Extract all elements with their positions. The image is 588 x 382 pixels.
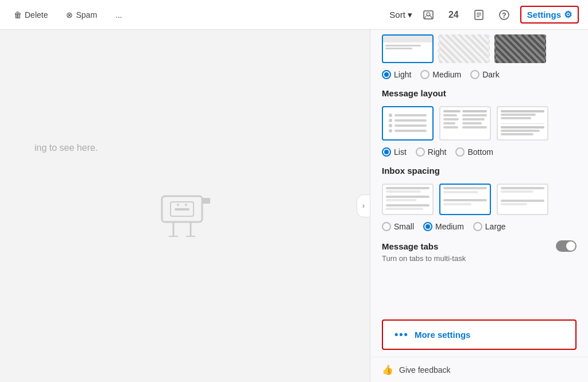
radio-circle-list (382, 147, 391, 157)
spacing-small-label: Small (394, 222, 414, 231)
feedback-button[interactable]: 👍 Give feedback (370, 357, 588, 382)
spacing-large-label: Large (485, 222, 506, 231)
layout-preview-right[interactable] (439, 106, 491, 141)
tabs-title: Message tabs (382, 241, 438, 251)
settings-panel: Light Medium Dark Message layout (370, 30, 588, 382)
layout-section-title: Message layout (382, 88, 577, 98)
theme-radio-light[interactable]: Light (382, 70, 411, 79)
layout-list-label: List (394, 147, 407, 157)
layout-right-label: Right (428, 147, 447, 157)
theme-dark-label: Dark (482, 70, 500, 79)
layout-bottom-label: Bottom (467, 147, 493, 157)
settings-label: Settings (527, 10, 561, 20)
toolbar-left: 🗑 Delete ⊗ Spam ... (9, 8, 127, 22)
more-settings-button[interactable]: ••• More settings (382, 319, 577, 350)
radio-circle-bottom (455, 147, 465, 157)
toolbar: 🗑 Delete ⊗ Spam ... Sort ▾ 24 ? Settings (0, 0, 588, 30)
chevron-right-icon: › (362, 202, 365, 210)
spacing-section-title: Inbox spacing (382, 166, 577, 176)
empty-state-message: ing to see here. (23, 143, 98, 153)
svg-point-12 (185, 204, 187, 206)
theme-light-label: Light (394, 70, 411, 79)
radio-circle-small (382, 222, 391, 231)
theme-preview-row (382, 34, 577, 63)
spacing-radio-row: Small Medium Large (382, 222, 577, 231)
layout-radio-bottom[interactable]: Bottom (455, 147, 493, 157)
feedback-label: Give feedback (399, 365, 451, 375)
theme-radio-row: Light Medium Dark (382, 70, 577, 79)
spacing-radio-small[interactable]: Small (382, 222, 414, 231)
radio-circle-right (416, 147, 425, 157)
more-settings-label: More settings (415, 330, 471, 340)
spacing-preview-small[interactable] (382, 184, 434, 215)
layout-radio-right[interactable]: Right (416, 147, 447, 157)
delete-icon: 🗑 (14, 10, 22, 20)
layout-preview-list[interactable] (382, 106, 434, 141)
theme-preview-medium[interactable] (438, 34, 490, 63)
layout-radio-row: List Right Bottom (382, 147, 577, 157)
layout-preview-row (382, 106, 577, 141)
tabs-subtitle: Turn on tabs to multi-task (382, 254, 577, 263)
spacing-radio-large[interactable]: Large (473, 222, 506, 231)
tabs-row: Message tabs (382, 240, 577, 252)
theme-radio-medium[interactable]: Medium (420, 70, 461, 79)
mailbox-illustration (150, 176, 219, 247)
thumbs-up-icon: 👍 (382, 364, 393, 375)
layout-preview-bottom[interactable] (497, 106, 548, 141)
theme-preview-dark[interactable] (494, 34, 546, 63)
theme-radio-dark[interactable]: Dark (470, 70, 500, 79)
radio-circle-light (382, 70, 391, 79)
expand-panel-button[interactable]: › (357, 194, 370, 217)
radio-circle-dark (470, 70, 479, 79)
contacts-icon-btn[interactable] (419, 6, 438, 24)
radio-circle-spacing-medium (423, 222, 432, 231)
spacing-medium-label: Medium (435, 222, 464, 231)
svg-point-11 (177, 204, 179, 206)
settings-scroll-area[interactable]: Light Medium Dark Message layout (370, 30, 588, 319)
spacing-preview-medium[interactable] (439, 184, 491, 215)
toolbar-right: Sort ▾ 24 ? Settings ⚙ (389, 6, 579, 24)
calendar-icon-btn[interactable]: 24 (444, 6, 463, 24)
main-content: ing to see here. (0, 30, 588, 382)
spacing-radio-medium[interactable]: Medium (423, 222, 464, 231)
sort-button[interactable]: Sort ▾ (389, 10, 412, 20)
settings-button[interactable]: Settings ⚙ (520, 6, 579, 24)
more-button[interactable]: ... (111, 8, 127, 22)
spacing-preview-row (382, 184, 577, 215)
theme-preview-light[interactable] (382, 34, 434, 63)
radio-circle-medium (420, 70, 430, 79)
chevron-down-icon: ▾ (408, 10, 412, 20)
layout-radio-list[interactable]: List (382, 147, 407, 157)
help-icon-btn[interactable]: ? (495, 6, 513, 24)
left-panel: ing to see here. (0, 30, 370, 382)
spacing-preview-large[interactable] (497, 184, 548, 215)
spam-icon: ⊗ (66, 10, 73, 20)
spam-button[interactable]: ⊗ Spam (61, 8, 102, 22)
notes-icon-btn[interactable] (470, 6, 488, 24)
svg-rect-10 (175, 208, 189, 211)
delete-button[interactable]: 🗑 Delete (9, 8, 52, 22)
tabs-toggle[interactable] (556, 240, 577, 252)
svg-rect-18 (202, 198, 210, 204)
radio-circle-large (473, 222, 482, 231)
settings-gear-icon: ⚙ (564, 9, 572, 20)
theme-medium-label: Medium (432, 70, 461, 79)
more-dots-icon: ••• (394, 329, 409, 341)
svg-text:?: ? (502, 11, 506, 20)
